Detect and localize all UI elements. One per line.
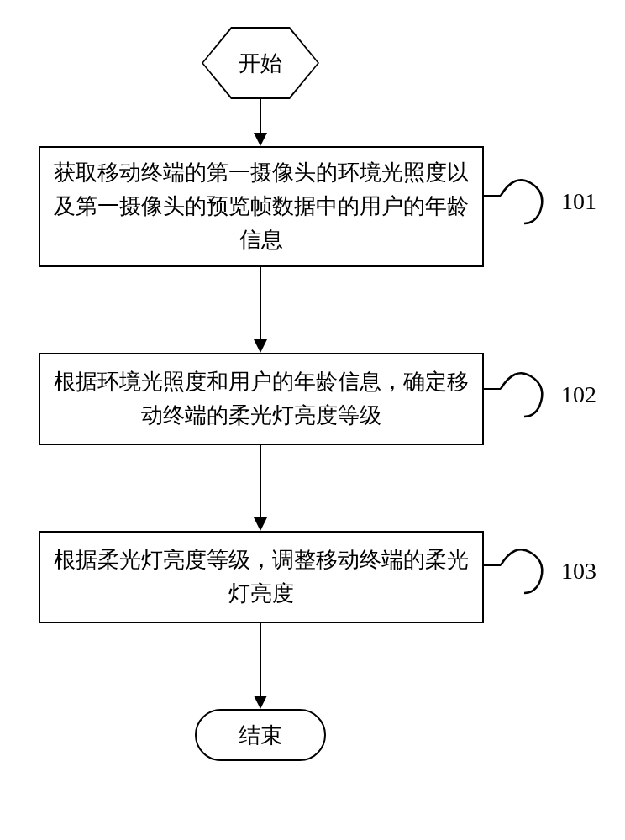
- step-1-text: 获取移动终端的第一摄像头的环境光照度以及第一摄像头的预览帧数据中的用户的年龄信息: [54, 156, 469, 258]
- arrow-1-head: [254, 133, 267, 146]
- step-2-label: 102: [561, 381, 596, 408]
- step-2-curve: [499, 365, 558, 423]
- start-label: 开始: [203, 29, 318, 97]
- step-2-connector: [484, 388, 501, 390]
- end-terminal: 结束: [195, 709, 326, 761]
- arrow-3-head: [254, 517, 267, 531]
- step-1: 获取移动终端的第一摄像头的环境光照度以及第一摄像头的预览帧数据中的用户的年龄信息: [39, 146, 484, 267]
- step-3-label: 103: [561, 558, 596, 585]
- step-1-label: 101: [561, 188, 596, 215]
- arrow-1: [260, 99, 261, 134]
- start-terminal: 开始: [202, 27, 319, 99]
- flowchart-canvas: 开始 获取移动终端的第一摄像头的环境光照度以及第一摄像头的预览帧数据中的用户的年…: [0, 0, 625, 840]
- arrow-2-head: [254, 339, 267, 353]
- step-2-text: 根据环境光照度和用户的年龄信息，确定移动终端的柔光灯亮度等级: [54, 365, 469, 433]
- arrow-4-head: [254, 696, 267, 709]
- step-2: 根据环境光照度和用户的年龄信息，确定移动终端的柔光灯亮度等级: [39, 353, 484, 445]
- step-3-curve: [499, 541, 558, 600]
- arrow-2: [260, 267, 261, 341]
- step-3-text: 根据柔光灯亮度等级，调整移动终端的柔光灯亮度: [54, 543, 469, 612]
- arrow-4: [260, 623, 261, 697]
- step-3-connector: [484, 564, 501, 566]
- step-1-curve: [499, 171, 558, 230]
- step-3: 根据柔光灯亮度等级，调整移动终端的柔光灯亮度: [39, 531, 484, 623]
- arrow-3: [260, 445, 261, 519]
- step-1-connector: [484, 195, 501, 197]
- end-label: 结束: [239, 721, 282, 750]
